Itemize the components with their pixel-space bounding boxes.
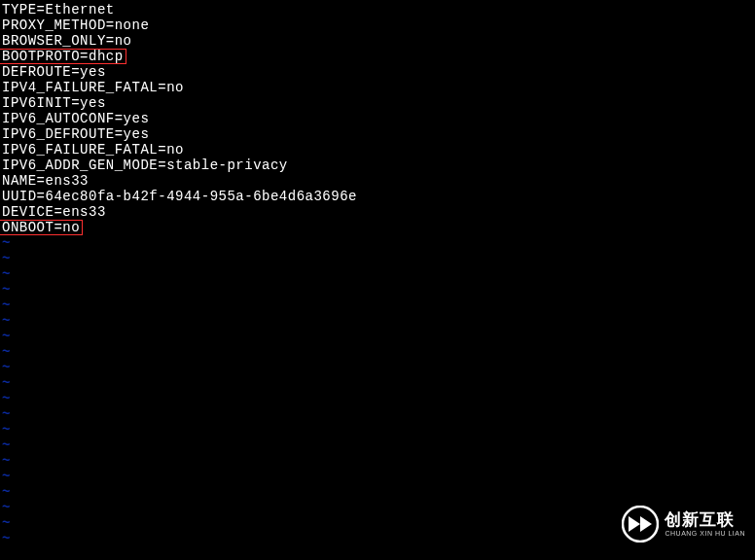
empty-line-marker: ~ (2, 313, 753, 329)
empty-line-marker: ~ (2, 422, 753, 438)
empty-line-marker: ~ (2, 344, 753, 360)
config-line[interactable]: IPV6_FAILURE_FATAL=no (2, 142, 753, 158)
config-line[interactable]: IPV6_DEFROUTE=yes (2, 126, 753, 142)
empty-line-marker: ~ (2, 406, 753, 422)
config-line[interactable]: IPV6_AUTOCONF=yes (2, 111, 753, 126)
watermark-cn: 创新互联 (665, 511, 745, 528)
config-line[interactable]: IPV6_ADDR_GEN_MODE=stable-privacy (2, 158, 753, 173)
config-line[interactable]: ONBOOT=no (2, 220, 753, 235)
highlighted-config-line[interactable]: ONBOOT=no (0, 220, 83, 235)
highlighted-config-line[interactable]: BOOTPROTO=dhcp (0, 49, 126, 64)
empty-line-marker: ~ (2, 235, 753, 251)
config-line[interactable]: DEVICE=ens33 (2, 204, 753, 220)
empty-line-marker: ~ (2, 438, 753, 453)
config-line[interactable]: BROWSER_ONLY=no (2, 33, 753, 49)
empty-line-marker: ~ (2, 298, 753, 313)
config-line[interactable]: BOOTPROTO=dhcp (2, 49, 753, 64)
config-line[interactable]: DEFROUTE=yes (2, 64, 753, 80)
config-line[interactable]: NAME=ens33 (2, 173, 753, 189)
empty-line-marker: ~ (2, 469, 753, 484)
watermark-text: 创新互联 CHUANG XIN HU LIAN (665, 511, 745, 537)
config-line[interactable]: IPV4_FAILURE_FATAL=no (2, 80, 753, 95)
config-line[interactable]: IPV6INIT=yes (2, 95, 753, 111)
terminal-editor[interactable]: TYPE=EthernetPROXY_METHOD=noneBROWSER_ON… (0, 0, 755, 548)
empty-line-marker: ~ (2, 453, 753, 469)
empty-line-marker: ~ (2, 391, 753, 406)
config-line[interactable]: UUID=64ec80fa-b42f-4944-955a-6be4d6a3696… (2, 189, 753, 204)
empty-line-marker: ~ (2, 266, 753, 282)
watermark: 创新互联 CHUANG XIN HU LIAN (622, 506, 745, 542)
empty-line-marker: ~ (2, 282, 753, 298)
empty-line-marker: ~ (2, 375, 753, 391)
watermark-en: CHUANG XIN HU LIAN (665, 530, 745, 537)
empty-line-marker: ~ (2, 484, 753, 500)
empty-line-marker: ~ (2, 251, 753, 266)
empty-line-marker: ~ (2, 360, 753, 375)
watermark-logo-icon (622, 506, 659, 542)
config-line[interactable]: TYPE=Ethernet (2, 2, 753, 18)
empty-line-marker: ~ (2, 329, 753, 344)
config-line[interactable]: PROXY_METHOD=none (2, 18, 753, 33)
